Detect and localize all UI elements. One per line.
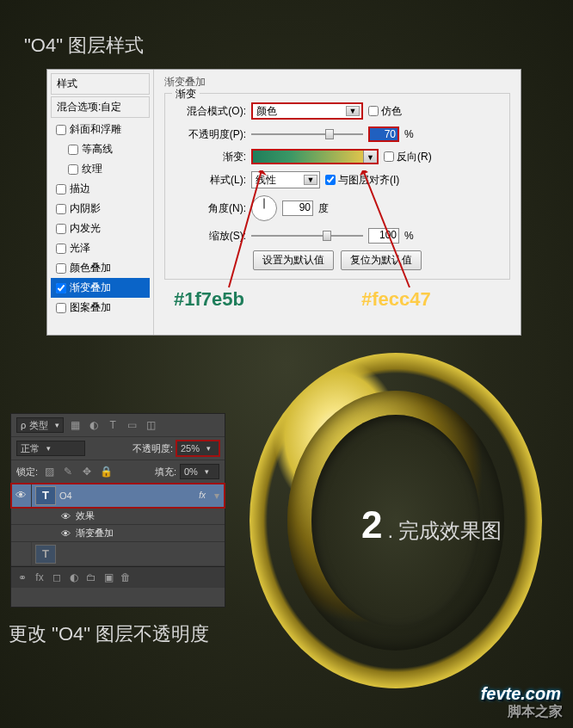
lock-transparent-icon[interactable]: ▨ bbox=[41, 464, 57, 479]
checkbox-innershadow[interactable] bbox=[56, 204, 66, 214]
checkbox-stroke[interactable] bbox=[56, 184, 66, 194]
sidebar-item-satin[interactable]: 光泽 bbox=[51, 238, 150, 258]
mask-icon[interactable]: ◻ bbox=[49, 570, 65, 585]
blend-mode-select[interactable]: 正常 bbox=[16, 441, 85, 456]
slider-thumb[interactable] bbox=[325, 129, 334, 139]
filter-type-icon[interactable]: T bbox=[105, 417, 120, 433]
reverse-check-wrap[interactable]: 反向(R) bbox=[384, 150, 432, 164]
label-opacity: 不透明度(P): bbox=[174, 127, 246, 142]
percent-suffix: % bbox=[404, 230, 414, 242]
scale-input[interactable]: 100 bbox=[368, 228, 399, 244]
folder-icon[interactable]: 🗀 bbox=[83, 570, 99, 585]
checkbox-patternoverlay[interactable] bbox=[56, 303, 66, 313]
layer-opacity-input[interactable]: 25% bbox=[176, 441, 219, 456]
checkbox-satin[interactable] bbox=[56, 244, 66, 254]
dither-check-wrap[interactable]: 仿色 bbox=[368, 104, 402, 119]
layers-panel: ρ 类型 ▦ ◐ T ▭ ◫ 正常 不透明度: 25% 锁定: ▨ ✎ ✥ 🔒 … bbox=[10, 413, 225, 608]
eye-icon[interactable]: 👁 bbox=[61, 528, 71, 539]
sidebar-label: 描边 bbox=[70, 182, 90, 196]
sidebar-item-stroke[interactable]: 描边 bbox=[51, 179, 150, 199]
sidebar-label: 纹理 bbox=[82, 162, 102, 176]
checkbox-bevel[interactable] bbox=[56, 125, 66, 135]
sidebar-item-coloroverlay[interactable]: 颜色叠加 bbox=[51, 258, 150, 278]
checkbox-contour[interactable] bbox=[68, 145, 78, 155]
sidebar-label: 内发光 bbox=[70, 221, 101, 236]
percent-suffix: % bbox=[404, 128, 414, 140]
filter-kind-select[interactable]: ρ 类型 bbox=[16, 417, 64, 433]
fx-badge[interactable]: fx bbox=[199, 490, 209, 500]
trash-icon[interactable]: 🗑 bbox=[118, 570, 133, 585]
fx-icon[interactable]: fx bbox=[32, 570, 47, 585]
watermark-jb51: 脚本之家 bbox=[508, 703, 563, 721]
checkbox-texture[interactable] bbox=[68, 164, 78, 175]
sidebar-label: 内阴影 bbox=[70, 201, 101, 216]
fx-item-label: 渐变叠加 bbox=[76, 527, 114, 540]
align-label: 与图层对齐(I) bbox=[338, 173, 399, 188]
sidebar-item-bevel[interactable]: 斜面和浮雕 bbox=[51, 120, 150, 139]
link-icon[interactable]: ⚭ bbox=[15, 570, 30, 585]
fx-effects-row[interactable]: 👁 效果 bbox=[11, 508, 225, 525]
checkbox-dither[interactable] bbox=[368, 106, 379, 116]
layer-row-next[interactable]: T bbox=[11, 542, 225, 566]
checkbox-gradientoverlay[interactable] bbox=[56, 283, 66, 293]
step-number: 2 bbox=[361, 503, 382, 546]
filter-shape-icon[interactable]: ▭ bbox=[124, 417, 139, 433]
layer-fill-input[interactable]: 0% bbox=[180, 464, 219, 479]
scale-slider[interactable] bbox=[251, 235, 363, 237]
lock-all-icon[interactable]: 🔒 bbox=[98, 464, 114, 479]
sidebar-item-innershadow[interactable]: 内阴影 bbox=[51, 199, 150, 219]
set-default-button[interactable]: 设置为默认值 bbox=[253, 250, 334, 270]
sidebar-item-patternoverlay[interactable]: 图案叠加 bbox=[51, 298, 150, 318]
sidebar-blend-options[interactable]: 混合选项:自定 bbox=[51, 96, 150, 118]
filter-pixel-icon[interactable]: ▦ bbox=[67, 417, 83, 433]
slider-thumb[interactable] bbox=[323, 231, 331, 241]
gradient-fieldset: 渐变 混合模式(O): 颜色 仿色 不透明度(P): 70 % 渐变: ▼ 反向… bbox=[164, 93, 510, 280]
layer-thumb[interactable]: T bbox=[35, 545, 56, 564]
title-layer-style: "O4" 图层样式 bbox=[24, 33, 144, 59]
gradient-dropdown-icon[interactable]: ▼ bbox=[363, 151, 377, 163]
section-title: 渐变叠加 bbox=[164, 75, 510, 89]
checkbox-coloroverlay[interactable] bbox=[56, 263, 66, 274]
gradient-preview[interactable]: ▼ bbox=[251, 149, 379, 164]
filter-adjust-icon[interactable]: ◐ bbox=[86, 417, 102, 433]
sidebar-label: 等高线 bbox=[82, 142, 113, 157]
opacity-input[interactable]: 70 bbox=[368, 126, 399, 142]
visibility-toggle[interactable]: 👁 bbox=[11, 484, 32, 507]
sidebar-label: 渐变叠加 bbox=[70, 281, 111, 295]
angle-dial[interactable] bbox=[251, 195, 277, 221]
fill-label: 填充: bbox=[155, 466, 176, 478]
lock-paint-icon[interactable]: ✎ bbox=[60, 464, 76, 479]
layer-row-o4[interactable]: 👁 T O4 fx ▾ bbox=[11, 484, 225, 508]
align-check-wrap[interactable]: 与图层对齐(I) bbox=[325, 173, 399, 188]
new-layer-icon[interactable]: ▣ bbox=[101, 570, 116, 585]
sidebar-item-texture[interactable]: 纹理 bbox=[51, 159, 150, 179]
checkbox-reverse[interactable] bbox=[384, 151, 394, 162]
select-blendmode[interactable]: 颜色 bbox=[251, 102, 363, 120]
color-code-2: #fecc47 bbox=[361, 288, 431, 311]
checkbox-align[interactable] bbox=[325, 175, 336, 185]
sidebar-header-styles[interactable]: 样式 bbox=[51, 73, 150, 95]
layer-name[interactable]: O4 bbox=[59, 490, 199, 501]
visibility-toggle[interactable] bbox=[11, 542, 32, 565]
eye-icon[interactable]: 👁 bbox=[61, 511, 71, 521]
checkbox-innerglow[interactable] bbox=[56, 224, 66, 234]
layer-thumb[interactable]: T bbox=[35, 486, 56, 505]
sidebar-label: 图案叠加 bbox=[70, 300, 111, 315]
reset-default-button[interactable]: 复位为默认值 bbox=[341, 250, 422, 270]
lock-move-icon[interactable]: ✥ bbox=[79, 464, 95, 479]
fx-gradient-row[interactable]: 👁 渐变叠加 bbox=[11, 525, 225, 542]
label-angle: 角度(N): bbox=[174, 201, 246, 216]
sidebar-item-innerglow[interactable]: 内发光 bbox=[51, 219, 150, 238]
layers-blend-row: 正常 不透明度: 25% bbox=[11, 437, 225, 460]
degree-suffix: 度 bbox=[318, 201, 329, 216]
sidebar-item-contour[interactable]: 等高线 bbox=[51, 139, 150, 159]
adjustment-icon[interactable]: ◐ bbox=[66, 570, 82, 585]
filter-smart-icon[interactable]: ◫ bbox=[143, 417, 158, 433]
label-gradient: 渐变: bbox=[174, 150, 246, 164]
fx-expand-icon[interactable]: ▾ bbox=[209, 488, 225, 503]
sidebar-item-gradientoverlay[interactable]: 渐变叠加 bbox=[51, 278, 150, 298]
opacity-slider[interactable] bbox=[251, 133, 363, 135]
fieldset-legend: 渐变 bbox=[172, 87, 200, 102]
select-style[interactable]: 线性 bbox=[251, 171, 320, 188]
angle-input[interactable]: 90 bbox=[282, 201, 313, 216]
